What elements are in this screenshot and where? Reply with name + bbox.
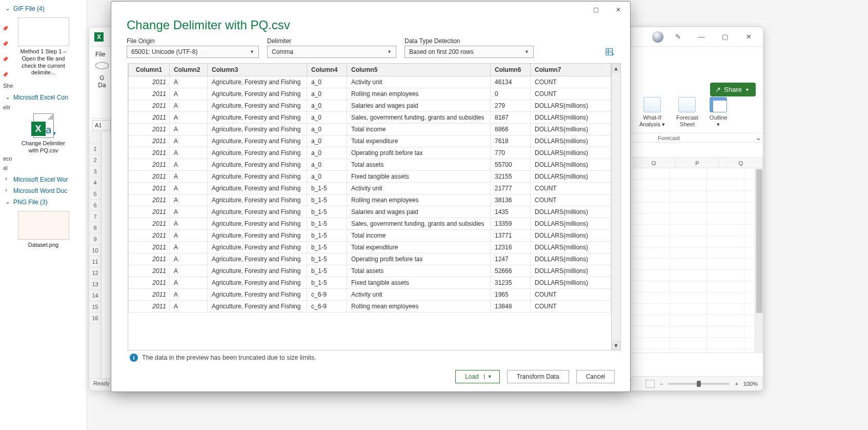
table-row[interactable]: 2011AAgriculture, Forestry and Fishinga_… — [129, 88, 611, 100]
table-row[interactable]: 2011AAgriculture, Forestry and Fishingb_… — [129, 206, 611, 218]
detection-select[interactable]: Based on first 200 rows ▼ — [405, 46, 534, 58]
table-cell: COUNT — [531, 301, 611, 312]
group-gif[interactable]: GIF File (4) — [2, 3, 85, 14]
col-header[interactable]: P — [676, 158, 719, 168]
normal-view-button[interactable] — [645, 380, 655, 388]
table-row[interactable]: 2011AAgriculture, Forestry and Fishinga_… — [129, 124, 611, 135]
preview-column-header[interactable]: Column7 — [531, 64, 611, 76]
table-row[interactable]: 2011AAgriculture, Forestry and Fishingb_… — [129, 242, 611, 253]
load-button[interactable]: Load ▼ — [455, 370, 500, 383]
table-cell: Rolling mean employees — [347, 301, 491, 312]
table-row[interactable]: 2011AAgriculture, Forestry and Fishingc_… — [129, 301, 611, 312]
table-cell: a_0 — [307, 112, 347, 124]
forecast-sheet-button[interactable]: ForecastSheet — [676, 97, 698, 128]
load-dropdown[interactable]: ▼ — [484, 374, 495, 379]
preview-column-header[interactable]: Column3 — [208, 64, 307, 76]
vertical-scrollbar[interactable] — [755, 168, 763, 353]
col-header[interactable]: Q — [719, 158, 763, 168]
file-caption: Change Delimiter with PQ.csv — [15, 140, 72, 154]
preview-column-header[interactable]: Column4 — [307, 64, 347, 76]
table-row[interactable]: 2011AAgriculture, Forestry and Fishingb_… — [129, 277, 611, 289]
table-row[interactable]: 2011AAgriculture, Forestry and Fishinga_… — [129, 147, 611, 159]
table-cell: b_1-5 — [307, 277, 347, 289]
preview-column-header[interactable]: Column6 — [491, 64, 531, 76]
ribbon-collapse-icon[interactable]: ⌄ — [757, 135, 761, 141]
maximize-button[interactable]: ▢ — [588, 4, 603, 16]
pin-icon[interactable]: 📌 — [2, 41, 9, 56]
zoom-in-button[interactable]: + — [735, 381, 738, 387]
group-excel-ws[interactable]: Microsoft Excel Wor — [2, 174, 85, 185]
preview-column-header[interactable]: Column1 — [129, 64, 170, 76]
delimiter-select[interactable]: Comma ▼ — [267, 46, 396, 58]
scrollbar-thumb[interactable] — [756, 169, 762, 313]
group-excel-csv[interactable]: Microsoft Excel Con — [2, 92, 85, 103]
table-row[interactable]: 2011AAgriculture, Forestry and Fishingb_… — [129, 218, 611, 230]
zoom-slider-thumb[interactable] — [697, 381, 701, 387]
table-cell: 1965 — [491, 289, 531, 301]
ribbon-options-icon[interactable]: ✎ — [669, 30, 687, 44]
table-row[interactable]: 2011AAgriculture, Forestry and Fishingb_… — [129, 230, 611, 242]
table-cell: DOLLARS(millions) — [531, 206, 611, 218]
zoom-out-button[interactable]: − — [660, 381, 663, 387]
table-cell: 2011 — [129, 230, 170, 242]
table-row[interactable]: 2011AAgriculture, Forestry and Fishinga_… — [129, 100, 611, 112]
table-row[interactable]: 2011AAgriculture, Forestry and Fishingb_… — [129, 194, 611, 206]
file-tile-csv[interactable]: X a, Change Delimiter with PQ.csv — [15, 113, 72, 154]
close-button[interactable]: ✕ — [611, 4, 626, 16]
table-cell: 55700 — [491, 159, 531, 171]
chevron-down-icon: ▼ — [524, 49, 529, 54]
pin-icon[interactable]: 📌 — [2, 26, 9, 41]
table-cell: 2011 — [129, 112, 170, 124]
group-word[interactable]: Microsoft Word Doc — [2, 185, 85, 197]
table-cell: DOLLARS(millions) — [531, 230, 611, 242]
worksheet-cells[interactable] — [632, 168, 763, 353]
table-cell: 2011 — [129, 242, 170, 253]
table-row[interactable]: 2011AAgriculture, Forestry and Fishinga_… — [129, 112, 611, 124]
preview-column-header[interactable]: Column2 — [170, 64, 208, 76]
table-cell: A — [170, 242, 208, 253]
table-cell: a_0 — [307, 135, 347, 147]
cancel-button[interactable]: Cancel — [576, 370, 615, 383]
outline-icon — [710, 97, 727, 112]
table-cell: Agriculture, Forestry and Fishing — [208, 206, 307, 218]
group-png[interactable]: PNG File (3) — [2, 197, 85, 208]
table-row[interactable]: 2011AAgriculture, Forestry and Fishingc_… — [129, 289, 611, 301]
zoom-slider[interactable] — [668, 383, 730, 385]
table-row[interactable]: 2011AAgriculture, Forestry and Fishingb_… — [129, 253, 611, 265]
table-cell: A — [170, 124, 208, 135]
share-icon: ↗ — [715, 86, 721, 93]
preview-table[interactable]: Column1Column2Column3Column4Column5Colum… — [128, 63, 612, 350]
table-row[interactable]: 2011AAgriculture, Forestry and Fishinga_… — [129, 171, 611, 183]
table-cell: Total expenditure — [347, 135, 491, 147]
file-tile-png[interactable]: Dataset.png — [15, 211, 72, 249]
table-row[interactable]: 2011AAgriculture, Forestry and Fishinga_… — [129, 76, 611, 88]
get-data-button[interactable]: G Da — [95, 56, 109, 89]
table-cell: 2011 — [129, 301, 170, 312]
outline-button[interactable]: Outline▾ — [710, 97, 728, 128]
table-cell: 2011 — [129, 147, 170, 159]
zoom-level[interactable]: 100% — [743, 381, 758, 387]
transform-data-button[interactable]: Transform Data — [507, 370, 569, 383]
pin-icon[interactable]: 📌 — [2, 56, 9, 72]
what-if-analysis-button[interactable]: What-IfAnalysis ▾ — [639, 97, 665, 128]
pin-icon[interactable]: 📌 — [2, 72, 9, 87]
table-row[interactable]: 2011AAgriculture, Forestry and Fishinga_… — [129, 135, 611, 147]
table-cell: DOLLARS(millions) — [531, 124, 611, 135]
col-header[interactable]: O — [632, 158, 676, 168]
scroll-up-icon[interactable]: ▲ — [612, 64, 620, 73]
table-row[interactable]: 2011AAgriculture, Forestry and Fishingb_… — [129, 183, 611, 194]
preview-column-header[interactable]: Column5 — [347, 64, 491, 76]
maximize-button[interactable]: ▢ — [716, 30, 734, 44]
file-origin-select[interactable]: 65001: Unicode (UTF-8) ▼ — [127, 46, 259, 58]
file-tile-method1[interactable]: Method 1 Step 1 – Open the file and chec… — [15, 17, 72, 76]
preview-scrollbar[interactable]: ▲ ▼ — [612, 63, 621, 350]
name-box[interactable]: A1 — [92, 120, 111, 130]
table-row[interactable]: 2011AAgriculture, Forestry and Fishingb_… — [129, 265, 611, 277]
scroll-down-icon[interactable]: ▼ — [612, 341, 620, 350]
table-row[interactable]: 2011AAgriculture, Forestry and Fishinga_… — [129, 159, 611, 171]
close-button[interactable]: ✕ — [739, 30, 758, 44]
minimize-button[interactable]: — — [692, 30, 711, 44]
account-avatar[interactable] — [652, 31, 663, 43]
table-cell: COUNT — [531, 289, 611, 301]
detect-table-icon[interactable] — [605, 47, 615, 56]
